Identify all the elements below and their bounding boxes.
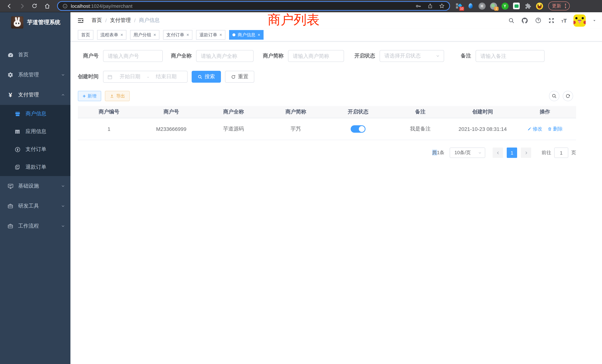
date-separator: - [147, 74, 149, 80]
yen-circle-icon [14, 146, 21, 152]
extension-command-icon[interactable]: ⌘ [478, 2, 486, 10]
monitor-chart-icon [6, 183, 14, 189]
browser-profile-avatar[interactable] [536, 2, 543, 10]
close-icon[interactable]: × [186, 33, 189, 37]
sidebar-item-pay[interactable]: ¥ 支付管理 [0, 85, 70, 105]
page-number-1[interactable]: 1 [507, 148, 517, 158]
remark-label: 备注 [461, 53, 471, 59]
app-logo[interactable]: 芋道管理系统 [0, 12, 70, 33]
start-date-placeholder[interactable]: 开始日期 [113, 73, 147, 80]
tab-refund-order[interactable]: 退款订单× [196, 30, 225, 40]
extension-recorder-icon[interactable]: 1 [490, 2, 497, 10]
tab-home[interactable]: 首页 [78, 30, 93, 40]
browser-reload-button[interactable] [28, 1, 41, 11]
tab-pay-order[interactable]: 支付订单× [163, 30, 192, 40]
documents-icon [14, 164, 21, 170]
merchant-table: 商户编号 商户号 商户全称 商户简称 开启状态 备注 创建时间 操作 1 M23… [78, 106, 576, 140]
tab-user-group[interactable]: 用户分组× [130, 30, 159, 40]
site-info-icon[interactable] [62, 3, 68, 9]
close-icon[interactable]: × [153, 33, 156, 37]
breadcrumb-home[interactable]: 首页 [92, 17, 102, 24]
browser-forward-button[interactable] [16, 1, 28, 11]
avatar-caret-down-icon[interactable] [592, 18, 596, 22]
remark-input[interactable] [476, 50, 545, 62]
sidebar-item-infra[interactable]: 基础设施 [0, 176, 70, 196]
merchant-no-input[interactable] [103, 50, 163, 62]
help-icon[interactable] [535, 17, 542, 24]
end-date-placeholder[interactable]: 结束日期 [149, 73, 183, 80]
toggle-search-button[interactable] [549, 91, 559, 101]
filter-row-2: 创建时间 开始日期 - 结束日期 搜索 [78, 71, 595, 83]
extension-balloon-icon[interactable] [467, 2, 474, 10]
tab-merchant-info[interactable]: 商户信息× [229, 30, 264, 40]
delete-link[interactable]: 删除 [548, 126, 563, 132]
app-title: 芋道管理系统 [27, 19, 60, 26]
tags-view-bar: 首页 流程表单× 用户分组× 支付订单× 退款订单× 商户信息× [70, 29, 602, 42]
github-icon[interactable] [521, 17, 528, 24]
date-range-picker[interactable]: 开始日期 - 结束日期 [103, 71, 188, 83]
sidebar-item-pay-order[interactable]: 支付订单 [0, 140, 70, 158]
gear-icon [6, 72, 14, 78]
sidebar-item-refund-order[interactable]: 退款订单 [0, 158, 70, 176]
cell-short-name: 芋艿 [265, 126, 327, 132]
status-toggle[interactable] [351, 125, 366, 133]
close-icon[interactable]: × [219, 33, 222, 37]
extension-chat-icon[interactable] [513, 2, 520, 10]
browser-home-button[interactable] [41, 1, 53, 11]
cell-create-time: 2021-10-23 08:31:14 [452, 126, 514, 132]
share-icon[interactable] [427, 3, 433, 9]
page-size-select[interactable]: 10条/页 [450, 148, 485, 158]
export-button[interactable]: 导出 [105, 91, 130, 101]
sidebar-item-merchant-info[interactable]: 商户信息 [0, 105, 70, 123]
refresh-icon [231, 74, 236, 79]
sidebar-item-app-info[interactable]: 应用信息 [0, 123, 70, 140]
close-icon[interactable]: × [120, 33, 123, 37]
search-button[interactable]: 搜索 [192, 71, 221, 83]
sidebar-submenu-pay: 商户信息 应用信息 支付订单 [0, 105, 70, 176]
sidebar-item-dev-tools[interactable]: 研发工具 [0, 196, 70, 216]
full-name-input[interactable] [196, 50, 254, 62]
bookmark-star-icon[interactable] [439, 3, 445, 9]
reset-button[interactable]: 重置 [225, 71, 254, 83]
refresh-table-button[interactable] [563, 91, 573, 101]
download-icon [110, 94, 114, 98]
cell-full-name: 芋道源码 [202, 126, 265, 132]
logo-avatar [11, 16, 23, 29]
chevron-down-icon [61, 184, 65, 188]
sidebar-collapse-button[interactable] [76, 17, 85, 24]
update-label: 更新 [552, 3, 561, 9]
short-name-input[interactable] [288, 50, 344, 62]
sidebar-item-system[interactable]: 系统管理 [0, 65, 70, 85]
briefcase-icon [6, 223, 14, 229]
user-avatar[interactable] [573, 14, 586, 26]
extension-blocks-icon[interactable]: 10 [455, 2, 463, 10]
active-dot [232, 33, 235, 36]
tab-process-form[interactable]: 流程表单× [97, 30, 126, 40]
url-text: localhost:1024/pay/merchant [71, 3, 132, 9]
close-icon[interactable]: × [258, 33, 260, 37]
fullscreen-icon[interactable] [548, 17, 555, 23]
next-page-button[interactable] [521, 148, 531, 158]
extension-y-icon[interactable]: Y [501, 2, 509, 10]
extensions-puzzle-icon[interactable] [524, 2, 532, 10]
cell-merchant-no: M233666999 [140, 126, 202, 132]
browser-back-button[interactable] [3, 1, 16, 11]
sidebar-item-home[interactable]: 首页 [0, 45, 70, 65]
browser-update-menu-button[interactable]: 更新 [548, 1, 570, 10]
edit-link[interactable]: 修改 [527, 126, 542, 132]
header-search-icon[interactable] [508, 17, 515, 23]
goto-page-input[interactable] [554, 148, 568, 158]
password-key-icon[interactable] [415, 3, 421, 9]
table-header: 商户编号 商户号 商户全称 商户简称 开启状态 备注 创建时间 操作 [78, 106, 576, 118]
status-select[interactable]: 请选择开启状态 [380, 50, 444, 62]
breadcrumb: 首页 / 支付管理 / 商户信息 [92, 17, 160, 24]
font-size-icon[interactable]: TT [561, 18, 567, 23]
browser-toolbar: localhost:1024/pay/merchant 10 [0, 0, 602, 12]
sidebar-item-workflow[interactable]: 工作流程 [0, 216, 70, 236]
toolbar-row: + 新增 导出 [78, 91, 595, 101]
breadcrumb-pay[interactable]: 支付管理 [110, 17, 131, 24]
address-bar[interactable]: localhost:1024/pay/merchant [57, 1, 450, 11]
prev-page-button[interactable] [493, 148, 503, 158]
add-button[interactable]: + 新增 [78, 91, 101, 101]
store-icon [14, 111, 21, 117]
